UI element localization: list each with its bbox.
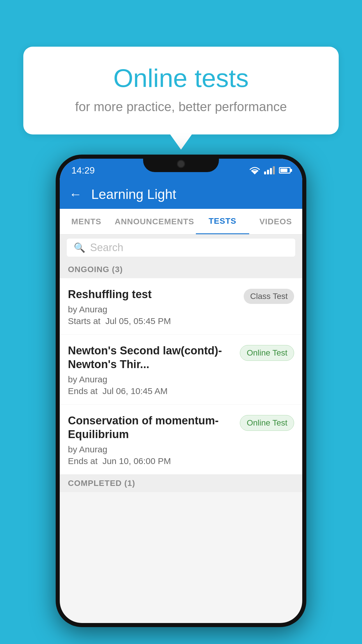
phone-screen: 14:29 — [60, 159, 302, 623]
app-title: Learning Light — [91, 186, 176, 202]
phone-frame: 14:29 — [56, 155, 306, 627]
test-badge-2: Online Test — [240, 345, 294, 361]
phone-notch — [143, 155, 219, 172]
speech-bubble: Online tests for more practice, better p… — [23, 47, 339, 134]
test-time-2: Ends at Jul 06, 10:45 AM — [68, 386, 234, 396]
test-by-2: by Anurag — [68, 374, 234, 384]
test-badge-1: Class Test — [244, 289, 294, 304]
completed-section-header: COMPLETED (1) — [60, 475, 302, 492]
status-icons — [249, 166, 291, 174]
test-by-3: by Anurag — [68, 444, 234, 454]
test-badge-3: Online Test — [240, 415, 294, 431]
tab-videos[interactable]: VIDEOS — [249, 209, 302, 234]
tab-announcements[interactable]: ANNOUNCEMENTS — [113, 209, 196, 234]
test-info-3: Conservation of momentum-Equilibrium by … — [68, 414, 240, 466]
test-item-3[interactable]: Conservation of momentum-Equilibrium by … — [60, 405, 302, 475]
test-time-1: Starts at Jul 05, 05:45 PM — [68, 316, 238, 326]
tabs-bar: MENTS ANNOUNCEMENTS TESTS VIDEOS — [60, 209, 302, 235]
test-name-3: Conservation of momentum-Equilibrium — [68, 414, 234, 442]
test-list: Reshuffling test by Anurag Starts at Jul… — [60, 278, 302, 475]
test-info-2: Newton's Second law(contd)-Newton's Thir… — [68, 344, 240, 396]
search-icon: 🔍 — [74, 242, 85, 253]
bubble-title: Online tests — [47, 64, 315, 92]
wifi-icon — [249, 166, 260, 174]
battery-fill — [280, 169, 287, 172]
test-time-3: Ends at Jun 10, 06:00 PM — [68, 456, 234, 466]
test-item-2[interactable]: Newton's Second law(contd)-Newton's Thir… — [60, 335, 302, 405]
bubble-subtitle: for more practice, better performance — [47, 99, 315, 114]
search-placeholder: Search — [90, 242, 123, 254]
test-item[interactable]: Reshuffling test by Anurag Starts at Jul… — [60, 278, 302, 335]
test-by-1: by Anurag — [68, 304, 238, 314]
back-button[interactable]: ← — [69, 187, 82, 202]
battery-icon — [279, 167, 291, 174]
test-info-1: Reshuffling test by Anurag Starts at Jul… — [68, 288, 244, 326]
test-name-2: Newton's Second law(contd)-Newton's Thir… — [68, 344, 234, 372]
app-header: ← Learning Light — [60, 180, 302, 209]
search-bar: 🔍 Search — [60, 235, 302, 261]
camera — [177, 160, 185, 168]
tab-tests[interactable]: TESTS — [196, 209, 249, 234]
status-time: 14:29 — [71, 165, 95, 176]
search-input-container[interactable]: 🔍 Search — [67, 239, 295, 257]
test-name-1: Reshuffling test — [68, 288, 238, 302]
signal-icon — [264, 166, 275, 174]
svg-marker-0 — [251, 171, 258, 174]
ongoing-section-header: ONGOING (3) — [60, 261, 302, 278]
tab-ments[interactable]: MENTS — [60, 209, 113, 234]
